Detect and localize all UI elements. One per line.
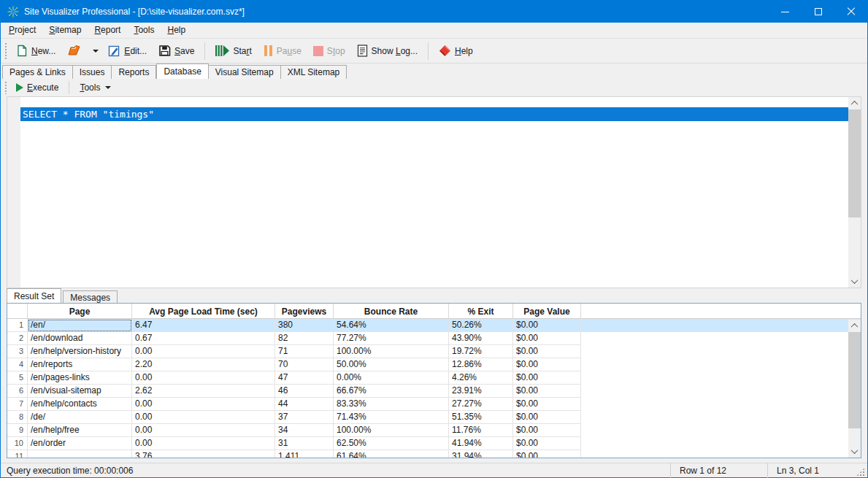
cell-page[interactable]: /en/help/contacts bbox=[28, 398, 132, 411]
minimize-button[interactable] bbox=[769, 1, 802, 23]
tab-pages-links[interactable]: Pages & Links bbox=[2, 65, 73, 79]
table-row[interactable]: 7 /en/help/contacts 0.00 44 83.33% 27.27… bbox=[7, 398, 861, 411]
cell-page[interactable]: /en/pages-links bbox=[28, 371, 132, 385]
cell-pageviews[interactable]: 34 bbox=[275, 424, 334, 437]
open-button[interactable] bbox=[61, 41, 88, 61]
column-header-load-time[interactable]: Avg Page Load Time (sec) bbox=[132, 304, 275, 319]
cell-exit[interactable]: 43.90% bbox=[449, 332, 513, 345]
cell-bounce-rate[interactable]: 0.00% bbox=[334, 371, 449, 385]
tab-result-set[interactable]: Result Set bbox=[7, 288, 61, 303]
new-button[interactable]: New... bbox=[10, 41, 61, 61]
cell-bounce-rate[interactable]: 83.33% bbox=[334, 398, 449, 411]
cell-exit[interactable]: 50.26% bbox=[449, 319, 513, 332]
column-header-pageviews[interactable]: Pageviews bbox=[275, 304, 334, 319]
cell-pageviews[interactable]: 46 bbox=[275, 385, 334, 398]
open-dropdown-button[interactable] bbox=[88, 46, 102, 56]
db-toolbar-gripper[interactable] bbox=[4, 81, 7, 94]
save-button[interactable]: Save bbox=[153, 41, 200, 61]
sql-editor[interactable]: SELECT * FROM "timings" bbox=[7, 96, 861, 288]
tab-reports[interactable]: Reports bbox=[112, 65, 156, 79]
cell-page-value[interactable]: $0.00 bbox=[513, 424, 581, 437]
cell-page-value[interactable]: $0.00 bbox=[513, 345, 581, 358]
cell-page[interactable]: /en/visual-sitemap bbox=[28, 385, 132, 398]
cell-page-value[interactable]: $0.00 bbox=[513, 319, 581, 332]
tab-messages[interactable]: Messages bbox=[63, 290, 118, 303]
table-row[interactable]: 9 /en/help/free 0.00 34 100.00% 11.76% $… bbox=[7, 424, 861, 437]
column-header-page-value[interactable]: Page Value bbox=[513, 304, 581, 319]
cell-page[interactable] bbox=[28, 450, 132, 458]
maximize-button[interactable] bbox=[802, 1, 834, 23]
cell-load-time[interactable]: 0.00 bbox=[132, 398, 275, 411]
cell-load-time[interactable]: 0.00 bbox=[132, 411, 275, 424]
cell-exit[interactable]: 31.94% bbox=[449, 450, 513, 458]
cell-exit[interactable]: 41.94% bbox=[449, 437, 513, 450]
row-number[interactable]: 8 bbox=[7, 411, 28, 424]
cell-page[interactable]: /en/download bbox=[28, 332, 132, 345]
row-number[interactable]: 6 bbox=[7, 385, 28, 398]
cell-pageviews[interactable]: 1,411 bbox=[275, 450, 334, 458]
cell-bounce-rate[interactable]: 100.00% bbox=[334, 345, 449, 358]
table-row[interactable]: 5 /en/pages-links 0.00 47 0.00% 4.26% $0… bbox=[7, 371, 861, 385]
table-row[interactable]: 6 /en/visual-sitemap 2.62 46 66.67% 23.9… bbox=[7, 385, 861, 398]
cell-pageviews[interactable]: 70 bbox=[275, 358, 334, 371]
execute-button[interactable]: Execute bbox=[10, 80, 64, 95]
cell-page-value[interactable]: $0.00 bbox=[513, 358, 581, 371]
resize-grip[interactable] bbox=[856, 467, 866, 477]
cell-exit[interactable]: 4.26% bbox=[449, 371, 513, 385]
edit-button[interactable]: Edit... bbox=[102, 41, 153, 61]
table-row[interactable]: 1 /en/ 6.47 380 54.64% 50.26% $0.00 bbox=[7, 319, 861, 332]
menu-project[interactable]: Project bbox=[2, 23, 42, 38]
table-row[interactable]: 3 /en/help/version-history 0.00 71 100.0… bbox=[7, 345, 861, 358]
row-number[interactable]: 1 bbox=[7, 319, 28, 332]
cell-bounce-rate[interactable]: 71.43% bbox=[334, 411, 449, 424]
cell-page-value[interactable]: $0.00 bbox=[513, 411, 581, 424]
scroll-down-arrow-icon[interactable] bbox=[848, 445, 861, 458]
menu-tools[interactable]: Tools bbox=[127, 23, 161, 38]
cell-load-time[interactable]: 6.47 bbox=[132, 319, 275, 332]
sql-selected-text[interactable]: SELECT * FROM "timings" bbox=[20, 107, 848, 121]
cell-page-value[interactable]: $0.00 bbox=[513, 332, 581, 345]
cell-load-time[interactable]: 0.00 bbox=[132, 345, 275, 358]
cell-load-time[interactable]: 0.00 bbox=[132, 371, 275, 385]
row-number[interactable]: 11 bbox=[7, 450, 28, 458]
column-header-page[interactable]: Page bbox=[28, 304, 132, 319]
cell-bounce-rate[interactable]: 61.64% bbox=[334, 450, 449, 458]
tab-visual-sitemap[interactable]: Visual Sitemap bbox=[209, 65, 281, 79]
help-button[interactable]: Help bbox=[433, 41, 479, 61]
cell-bounce-rate[interactable]: 50.00% bbox=[334, 358, 449, 371]
start-button[interactable]: Start bbox=[210, 42, 257, 60]
pause-button[interactable]: Pause bbox=[258, 42, 307, 60]
cell-pageviews[interactable]: 31 bbox=[275, 437, 334, 450]
scroll-up-arrow-icon[interactable] bbox=[848, 320, 861, 332]
toolbar-gripper[interactable] bbox=[4, 42, 7, 60]
row-number[interactable]: 4 bbox=[7, 358, 28, 371]
stop-button[interactable]: Stop bbox=[307, 42, 351, 60]
cell-page[interactable]: /en/order bbox=[28, 437, 132, 450]
cell-page-value[interactable]: $0.00 bbox=[513, 398, 581, 411]
cell-load-time[interactable]: 2.62 bbox=[132, 385, 275, 398]
cell-page-value[interactable]: $0.00 bbox=[513, 450, 581, 458]
cell-load-time[interactable]: 2.20 bbox=[132, 358, 275, 371]
scroll-down-arrow-icon[interactable] bbox=[848, 275, 861, 288]
table-row[interactable]: 4 /en/reports 2.20 70 50.00% 12.86% $0.0… bbox=[7, 358, 861, 371]
cell-page-value[interactable]: $0.00 bbox=[513, 437, 581, 450]
show-log-button[interactable]: Show Log... bbox=[351, 41, 423, 61]
cell-pageviews[interactable]: 47 bbox=[275, 371, 334, 385]
cell-load-time[interactable]: 3.76 bbox=[132, 450, 275, 458]
cell-bounce-rate[interactable]: 77.27% bbox=[334, 332, 449, 345]
cell-page[interactable]: /en/help/version-history bbox=[28, 345, 132, 358]
cell-exit[interactable]: 19.72% bbox=[449, 345, 513, 358]
cell-page[interactable]: /en/help/free bbox=[28, 424, 132, 437]
row-number[interactable]: 2 bbox=[7, 332, 28, 345]
cell-exit[interactable]: 51.35% bbox=[449, 411, 513, 424]
cell-page[interactable]: /de/ bbox=[28, 411, 132, 424]
grid-scrollbar-thumb[interactable] bbox=[848, 332, 861, 428]
column-header-exit[interactable]: % Exit bbox=[449, 304, 513, 319]
cell-load-time[interactable]: 0.67 bbox=[132, 332, 275, 345]
editor-scrollbar-thumb[interactable] bbox=[848, 109, 861, 217]
row-number[interactable]: 3 bbox=[7, 345, 28, 358]
cell-page-value[interactable]: $0.00 bbox=[513, 385, 581, 398]
scroll-up-arrow-icon[interactable] bbox=[848, 97, 861, 109]
row-number[interactable]: 5 bbox=[7, 371, 28, 385]
cell-exit[interactable]: 23.91% bbox=[449, 385, 513, 398]
